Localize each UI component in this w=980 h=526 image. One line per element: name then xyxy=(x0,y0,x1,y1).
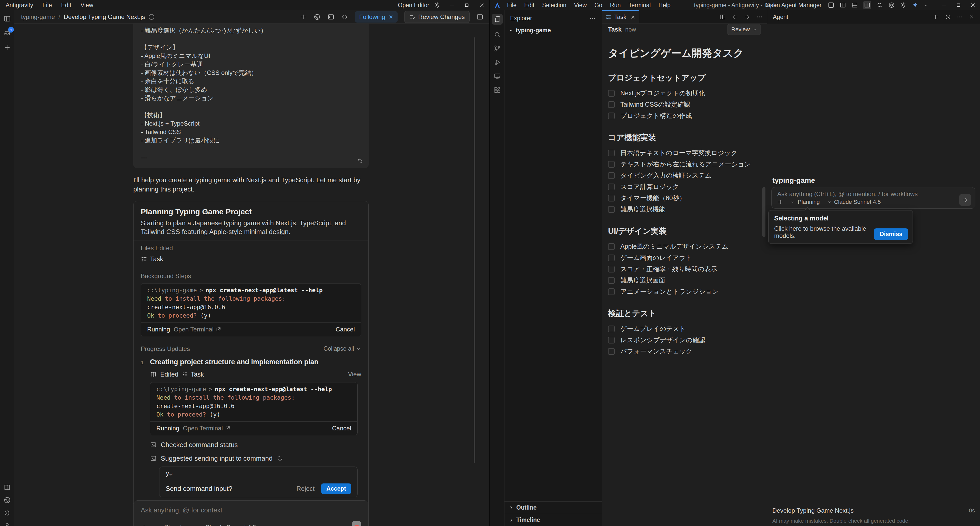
checkbox[interactable] xyxy=(608,288,615,295)
menu-item[interactable]: Run xyxy=(610,2,620,9)
timeline-section[interactable]: Timeline xyxy=(504,514,601,526)
more-actions-icon[interactable] xyxy=(956,14,963,20)
reject-button[interactable]: Reject xyxy=(296,485,315,493)
toggle-secondary-sidebar-icon[interactable] xyxy=(863,1,871,9)
accept-button[interactable]: Accept xyxy=(321,483,351,494)
terminal-icon[interactable] xyxy=(327,13,334,21)
checkbox[interactable] xyxy=(608,337,615,343)
agent-composer-placeholder[interactable]: Ask anything (Ctrl+L), @ to mention, / f… xyxy=(777,191,969,198)
checkbox[interactable] xyxy=(608,172,615,179)
menu-item[interactable]: Edit xyxy=(524,2,535,9)
checkbox[interactable] xyxy=(608,266,615,272)
browser-icon[interactable] xyxy=(3,496,11,504)
cancel-button[interactable]: Cancel xyxy=(332,425,351,432)
more-actions-icon[interactable] xyxy=(756,14,763,20)
toggle-panel-icon[interactable] xyxy=(851,2,858,8)
menu-item[interactable]: File xyxy=(42,2,52,9)
close-tab-icon[interactable] xyxy=(630,14,635,20)
search-icon[interactable] xyxy=(877,2,883,8)
open-terminal-link[interactable]: Open Terminal xyxy=(183,425,231,432)
extensions-icon[interactable] xyxy=(493,86,501,94)
menu-item[interactable]: Antigravity xyxy=(6,2,33,9)
menu-item[interactable]: View xyxy=(574,2,587,9)
undo-icon[interactable] xyxy=(357,157,363,164)
model-selector[interactable]: Claude Sonnet 4.5 xyxy=(197,524,256,526)
attach-icon[interactable] xyxy=(141,524,147,526)
history-icon[interactable] xyxy=(945,14,951,20)
checkbox[interactable] xyxy=(608,254,615,261)
navigate-back-icon[interactable] xyxy=(732,14,738,20)
checkbox[interactable] xyxy=(608,101,615,108)
close-button[interactable] xyxy=(966,0,980,10)
menu-item[interactable]: Terminal xyxy=(628,2,651,9)
stop-button[interactable] xyxy=(352,521,361,526)
menu-item[interactable]: Go xyxy=(595,2,602,9)
checkbox[interactable] xyxy=(608,195,615,202)
customize-layout-icon[interactable] xyxy=(828,2,834,8)
menu-item[interactable]: View xyxy=(81,2,93,9)
menu-item[interactable]: File xyxy=(507,2,517,9)
close-button[interactable] xyxy=(474,0,489,10)
attach-icon[interactable] xyxy=(777,199,783,205)
browser-icon[interactable] xyxy=(888,2,895,8)
settings-gear-icon[interactable] xyxy=(3,509,11,517)
review-button[interactable]: Review xyxy=(727,24,761,35)
tab-task[interactable]: Task xyxy=(602,10,639,23)
navigate-forward-icon[interactable] xyxy=(744,14,751,20)
more-actions-icon[interactable] xyxy=(589,15,596,22)
checkbox[interactable] xyxy=(608,161,615,168)
agent-task-row[interactable]: Develop Typing Game Next.js 0s xyxy=(772,507,975,514)
send-button[interactable] xyxy=(959,194,971,206)
checkbox[interactable] xyxy=(608,113,615,119)
review-changes-button[interactable]: Review Changes xyxy=(404,11,469,23)
panel-toggle-icon[interactable] xyxy=(3,15,11,22)
toggle-sidebar-icon[interactable] xyxy=(840,2,846,8)
new-tab-icon[interactable] xyxy=(300,13,307,21)
search-icon[interactable] xyxy=(493,31,501,38)
menu-item[interactable]: Edit xyxy=(61,2,71,9)
account-icon[interactable] xyxy=(3,522,11,526)
model-selector[interactable]: Claude Sonnet 4.5 xyxy=(827,199,881,205)
new-chat-icon[interactable] xyxy=(3,44,11,51)
sidebar-item-typing-game[interactable]: typing-game xyxy=(504,24,601,34)
chat-composer[interactable]: Ask anything, @ for context Planning Cla… xyxy=(133,501,369,526)
checkbox[interactable] xyxy=(608,348,615,355)
close-panel-icon[interactable] xyxy=(969,14,974,20)
edited-file-task[interactable]: Task xyxy=(182,371,204,378)
gear-icon[interactable] xyxy=(434,2,441,8)
settings-gear-icon[interactable] xyxy=(900,2,907,8)
checkbox[interactable] xyxy=(608,277,615,284)
mode-selector[interactable]: Planning xyxy=(791,199,820,205)
maximize-button[interactable] xyxy=(951,0,966,10)
checkbox[interactable] xyxy=(608,326,615,332)
checkbox[interactable] xyxy=(608,206,615,213)
open-terminal-link[interactable]: Open Terminal xyxy=(173,326,221,333)
mode-selector[interactable]: Planning xyxy=(157,524,188,526)
menu-item[interactable]: Selection xyxy=(542,2,566,9)
new-session-icon[interactable] xyxy=(932,14,939,20)
minimize-button[interactable] xyxy=(444,0,459,10)
menu-item[interactable]: Help xyxy=(659,2,671,9)
outline-section[interactable]: Outline xyxy=(504,501,601,514)
remote-explorer-icon[interactable] xyxy=(493,72,501,80)
maximize-button[interactable] xyxy=(459,0,474,10)
chevron-down-icon[interactable] xyxy=(924,3,928,8)
checkbox[interactable] xyxy=(608,243,615,250)
edited-file-task[interactable]: Task xyxy=(141,255,163,263)
following-chip[interactable]: Following xyxy=(355,11,397,22)
open-editor-label[interactable]: Open Editor xyxy=(398,2,430,9)
chat-scrollbar[interactable] xyxy=(474,37,475,463)
editor-scrollbar[interactable] xyxy=(762,187,765,237)
browser-preview-icon[interactable] xyxy=(313,13,321,21)
close-icon[interactable] xyxy=(388,14,393,19)
split-panel-icon[interactable] xyxy=(476,13,484,21)
cancel-button[interactable]: Cancel xyxy=(336,326,355,333)
code-icon[interactable] xyxy=(341,13,348,21)
breadcrumb-project[interactable]: typing-game xyxy=(21,13,55,21)
run-debug-icon[interactable] xyxy=(493,59,501,66)
sparkle-icon[interactable] xyxy=(912,2,918,8)
agent-composer[interactable]: Ask anything (Ctrl+L), @ to mention, / f… xyxy=(772,187,975,209)
checkbox[interactable] xyxy=(608,184,615,190)
docs-book-icon[interactable] xyxy=(3,483,11,491)
checkbox[interactable] xyxy=(608,90,615,97)
